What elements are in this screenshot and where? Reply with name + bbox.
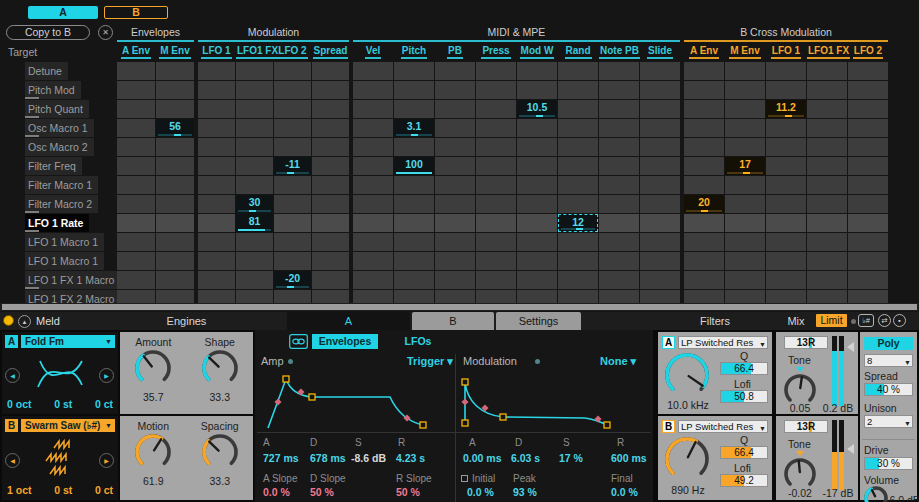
mod-decay-value[interactable]: 6.03 s bbox=[511, 452, 540, 464]
mix-a-tone-value[interactable]: 0.05 bbox=[776, 402, 824, 414]
matrix-cell[interactable] bbox=[599, 81, 639, 99]
shape-knob[interactable] bbox=[190, 349, 250, 391]
matrix-column-header[interactable]: LFO 2 bbox=[274, 45, 311, 58]
matrix-cell[interactable] bbox=[640, 290, 680, 303]
mix-b-tone-value[interactable]: -0.02 bbox=[776, 487, 824, 499]
matrix-row-label[interactable]: LFO 1 Macro 1 bbox=[25, 252, 104, 270]
matrix-cell[interactable] bbox=[807, 62, 847, 80]
matrix-cell[interactable] bbox=[435, 62, 475, 80]
filter-a-q-slider[interactable]: 66.4 bbox=[720, 362, 768, 375]
matrix-cell[interactable] bbox=[599, 62, 639, 80]
matrix-cell[interactable] bbox=[435, 195, 475, 213]
matrix-cell[interactable] bbox=[640, 119, 680, 137]
matrix-cell[interactable] bbox=[517, 176, 557, 194]
matrix-cell[interactable] bbox=[117, 62, 155, 80]
matrix-cell[interactable] bbox=[156, 81, 194, 99]
spacing-knob[interactable] bbox=[190, 433, 250, 475]
device-on-led[interactable] bbox=[3, 315, 14, 326]
matrix-cell[interactable] bbox=[156, 176, 194, 194]
matrix-cell[interactable] bbox=[640, 176, 680, 194]
drive-slider[interactable]: 30 % bbox=[864, 457, 913, 470]
matrix-cell[interactable] bbox=[476, 138, 516, 156]
matrix-cell[interactable] bbox=[684, 176, 724, 194]
matrix-row-label[interactable]: Detune bbox=[25, 62, 68, 80]
matrix-cell[interactable] bbox=[558, 271, 598, 289]
matrix-cell[interactable] bbox=[684, 233, 724, 251]
matrix-row-label[interactable]: LFO 1 FX 1 Macro bbox=[25, 271, 120, 289]
matrix-column-header[interactable]: Press bbox=[476, 45, 516, 58]
matrix-row-label[interactable]: LFO 1 FX 2 Macro bbox=[25, 290, 120, 303]
filter-b-freq-knob[interactable] bbox=[664, 436, 710, 486]
matrix-cell[interactable] bbox=[312, 214, 349, 232]
matrix-cell[interactable] bbox=[312, 62, 349, 80]
matrix-cell[interactable] bbox=[599, 100, 639, 118]
tab-envelopes[interactable]: Envelopes bbox=[312, 334, 378, 349]
matrix-cell[interactable] bbox=[236, 176, 273, 194]
amp-envelope-display[interactable] bbox=[257, 374, 454, 430]
matrix-cell[interactable] bbox=[517, 233, 557, 251]
matrix-cell[interactable] bbox=[848, 195, 888, 213]
matrix-cell[interactable] bbox=[725, 214, 765, 232]
matrix-cell[interactable] bbox=[198, 290, 235, 303]
matrix-cell[interactable] bbox=[684, 138, 724, 156]
matrix-value-cell[interactable]: 100 bbox=[394, 157, 434, 175]
matrix-cell[interactable] bbox=[684, 271, 724, 289]
engine-b-cents[interactable]: 0 ct bbox=[95, 484, 113, 496]
matrix-cell[interactable] bbox=[353, 290, 393, 303]
matrix-column-header[interactable]: Mod W bbox=[517, 45, 557, 58]
matrix-cell[interactable] bbox=[640, 138, 680, 156]
matrix-row-label[interactable]: Osc Macro 2 bbox=[25, 138, 94, 156]
matrix-cell[interactable] bbox=[558, 195, 598, 213]
matrix-cell[interactable] bbox=[476, 214, 516, 232]
matrix-cell[interactable] bbox=[156, 233, 194, 251]
matrix-row-label[interactable]: Filter Macro 1 bbox=[25, 176, 98, 194]
matrix-cell[interactable] bbox=[353, 157, 393, 175]
matrix-cell[interactable] bbox=[476, 157, 516, 175]
matrix-cell[interactable] bbox=[517, 138, 557, 156]
matrix-cell[interactable] bbox=[394, 100, 434, 118]
filter-b-q-slider[interactable]: 66.4 bbox=[720, 446, 768, 459]
matrix-cell[interactable] bbox=[353, 62, 393, 80]
matrix-cell[interactable] bbox=[236, 252, 273, 270]
matrix-cell[interactable] bbox=[353, 252, 393, 270]
matrix-cell[interactable] bbox=[435, 271, 475, 289]
matrix-cell[interactable] bbox=[274, 138, 311, 156]
matrix-cell[interactable] bbox=[725, 81, 765, 99]
matrix-cell[interactable] bbox=[558, 119, 598, 137]
matrix-cell[interactable] bbox=[435, 176, 475, 194]
matrix-column-header[interactable]: LFO 2 bbox=[848, 45, 888, 58]
matrix-cell[interactable] bbox=[198, 119, 235, 137]
engine-a-semitones[interactable]: 0 st bbox=[54, 398, 72, 410]
matrix-cell[interactable] bbox=[117, 176, 155, 194]
matrix-cell[interactable] bbox=[807, 252, 847, 270]
matrix-cell[interactable] bbox=[353, 138, 393, 156]
matrix-column-header[interactable]: Note PB bbox=[599, 45, 639, 58]
matrix-cell[interactable] bbox=[599, 119, 639, 137]
matrix-column-header[interactable]: M Env bbox=[725, 45, 765, 58]
matrix-cell[interactable] bbox=[394, 290, 434, 303]
matrix-cell[interactable] bbox=[558, 290, 598, 303]
amp-release-value[interactable]: 4.23 s bbox=[396, 452, 425, 464]
matrix-cell[interactable] bbox=[599, 138, 639, 156]
matrix-cell[interactable] bbox=[312, 271, 349, 289]
matrix-column-header[interactable]: M Env bbox=[156, 45, 194, 58]
mix-b-pan-control[interactable]: 13R bbox=[784, 420, 828, 433]
motion-knob[interactable] bbox=[123, 433, 183, 475]
matrix-cell[interactable] bbox=[394, 252, 434, 270]
matrix-cell[interactable] bbox=[640, 271, 680, 289]
matrix-cell[interactable] bbox=[725, 100, 765, 118]
matrix-cell[interactable] bbox=[640, 214, 680, 232]
matrix-cell[interactable] bbox=[517, 271, 557, 289]
matrix-cell[interactable] bbox=[274, 119, 311, 137]
matrix-cell[interactable] bbox=[766, 138, 806, 156]
matrix-cell[interactable] bbox=[725, 195, 765, 213]
mix-b-level-handle[interactable] bbox=[847, 444, 854, 454]
engine-a-selector[interactable]: Fold Fm ▼ bbox=[21, 335, 115, 348]
matrix-cell[interactable] bbox=[198, 138, 235, 156]
matrix-cell[interactable] bbox=[198, 176, 235, 194]
matrix-column-header[interactable]: Vel bbox=[353, 45, 393, 58]
matrix-cell[interactable] bbox=[117, 214, 155, 232]
matrix-cell[interactable] bbox=[599, 157, 639, 175]
matrix-cell[interactable] bbox=[312, 176, 349, 194]
matrix-cell[interactable] bbox=[766, 62, 806, 80]
